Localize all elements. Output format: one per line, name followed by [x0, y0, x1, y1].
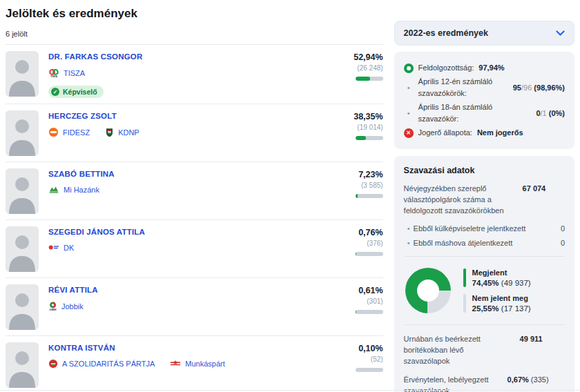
progress-ring-icon — [404, 63, 414, 73]
page-title: Jelöltek és eredmények — [6, 7, 383, 21]
legend-bar-green — [463, 268, 466, 287]
jobbik-logo: JOBBIK — [48, 301, 57, 311]
vote-count: (52) — [325, 355, 383, 363]
candidate-row: HERCZEG ZSOLTFIDESZKDNP38,35%(19 014) — [6, 104, 383, 162]
divider — [404, 256, 565, 257]
party-link[interactable]: JOBBIKJobbik — [48, 301, 84, 311]
party-list: FIDESZKDNP — [48, 127, 325, 137]
urn-value: 49 911 — [520, 334, 543, 345]
candidate-name-link[interactable]: SZEGEDI JÁNOS ATTILA — [48, 228, 325, 236]
legal-status-label: Jogerő állapota: — [418, 127, 472, 139]
party-link[interactable]: Mi Hazánk — [48, 185, 99, 194]
bullet-icon: • — [404, 108, 414, 119]
candidate-photo — [6, 226, 39, 272]
registry-value: 67 074 — [523, 184, 546, 195]
candidate-photo — [6, 168, 39, 214]
bullet-icon: • — [404, 239, 414, 247]
legend-item-absent: Nem jelent meg 25,55% (17 137) — [463, 294, 531, 313]
legend-item-present: Megjelent 74,45% (49 937) — [463, 268, 531, 287]
dropdown-label: 2022-es eredmények — [404, 28, 488, 38]
candidate-photo — [6, 110, 39, 156]
result-bar — [356, 252, 383, 256]
urn-row: Urnában és beérkezett borítékokban lévő … — [404, 334, 565, 367]
dk-logo — [48, 243, 59, 252]
candidate-row: SZEGEDI JÁNOS ATTILADK0,76%(376) — [6, 220, 383, 278]
party-list: JOBBIKJobbik — [48, 301, 325, 311]
result-bar — [356, 368, 383, 372]
candidate-result: 0,61%(301) — [325, 284, 383, 314]
percent-value: 0,61% — [325, 286, 383, 295]
processing-panel: Feldolgozottság: 97,94% • Április 12-én … — [394, 52, 574, 149]
vote-count: (376) — [325, 239, 383, 247]
party-list: TISZATISZA — [48, 68, 325, 79]
check-icon: ✓ — [51, 88, 59, 96]
progress-value: 97,94% — [478, 62, 504, 74]
transferred-label: Ebből máshova átjelentkezett — [414, 239, 513, 247]
vote-count: (3 585) — [325, 182, 383, 189]
vote-count: (301) — [325, 297, 383, 305]
party-link[interactable]: A SZOLIDARITÁS PÁRTJA — [48, 359, 155, 369]
party-link[interactable]: TISZATISZA — [48, 68, 85, 79]
percent-value: 52,94% — [325, 52, 383, 62]
candidate-photo — [6, 51, 39, 97]
vote-count: (19 014) — [325, 124, 383, 131]
present-label: Megjelent — [472, 268, 531, 277]
registry-row: Névjegyzékben szereplő választópolgárok … — [404, 184, 565, 217]
candidate-row: SZABÓ BETTINAMi Hazánk7,23%(3 585) — [6, 162, 383, 220]
result-bar — [356, 136, 383, 140]
candidate-name-link[interactable]: RÉVI ATTILA — [48, 286, 325, 294]
party-label: A SZOLIDARITÁS PÁRTJA — [62, 360, 155, 368]
registry-label: Névjegyzékben szereplő választópolgárok … — [404, 184, 523, 217]
fidesz-logo — [48, 127, 59, 137]
party-link[interactable]: Munkáspárt — [170, 360, 224, 369]
party-list: Mi Hazánk — [48, 185, 325, 194]
turnout-legend: Megjelent 74,45% (49 937) Nem jelent meg… — [463, 268, 531, 313]
percent-value: 0,76% — [325, 228, 383, 237]
candidate-name-link[interactable]: SZABÓ BETTINA — [48, 170, 325, 178]
result-bar — [356, 194, 383, 198]
abroad-row: • Ebből külképviseletre jelentkezett 0 — [404, 224, 565, 233]
year-results-dropdown[interactable]: 2022-es eredmények — [394, 21, 574, 46]
party-list: DK — [48, 243, 325, 252]
party-link[interactable]: DK — [48, 243, 74, 252]
party-label: Jobbik — [61, 302, 84, 311]
candidate-name-link[interactable]: KONTRA ISTVÁN — [48, 344, 325, 352]
candidate-list: DR. FARKAS CSONGORTISZATISZA✓Képviselő52… — [6, 45, 383, 392]
party-label: DK — [64, 244, 74, 252]
candidate-name-link[interactable]: DR. FARKAS CSONGOR — [48, 52, 325, 61]
legend-bar-gray — [463, 294, 466, 313]
candidate-name-link[interactable]: HERCZEG ZSOLT — [48, 112, 325, 120]
percent-value: 0,10% — [325, 344, 383, 353]
candidate-result: 0,10%(52) — [325, 342, 383, 372]
party-label: Mi Hazánk — [64, 186, 99, 194]
legal-status-line: ✕ Jogerő állapota: Nem jogerős — [404, 127, 565, 139]
bullet-icon: • — [404, 82, 414, 94]
candidate-photo — [6, 342, 39, 388]
urn-label: Urnában és beérkezett borítékokban lévő … — [404, 334, 520, 367]
party-label: TISZA — [64, 69, 85, 77]
candidate-row: RÉVI ATTILAJOBBIKJobbik0,61%(301) — [6, 278, 383, 336]
transferred-row: • Ebből máshova átjelentkezett 0 — [404, 239, 565, 247]
april18-label: Április 18-án számláló szavazókör: — [418, 101, 532, 125]
candidate-result: 7,23%(3 585) — [325, 168, 383, 198]
candidate-result: 0,76%(376) — [325, 226, 383, 256]
party-link[interactable]: FIDESZ — [48, 127, 90, 137]
page-bottom-divider — [0, 390, 580, 391]
candidate-result: 38,35%(19 014) — [325, 110, 383, 140]
voting-data-panel: Szavazási adatok Névjegyzékben szereplő … — [394, 156, 574, 392]
abroad-label: Ebből külképviseletre jelentkezett — [414, 224, 526, 233]
abroad-value: 0 — [561, 224, 565, 233]
elected-badge: ✓Képviselő — [48, 86, 104, 98]
party-label: FIDESZ — [63, 128, 90, 137]
party-list: A SZOLIDARITÁS PÁRTJAMunkáspárt — [48, 359, 325, 369]
turnout-block: Megjelent 74,45% (49 937) Nem jelent meg… — [404, 266, 565, 315]
svg-text:JOBBIK: JOBBIK — [49, 308, 56, 311]
results-sidebar: 2022-es eredmények Feldolgozottság: 97,9… — [394, 21, 574, 392]
turnout-donut-chart — [405, 268, 451, 313]
absent-label: Nem jelent meg — [472, 294, 531, 302]
candidate-result: 52,94%(26 248) — [325, 51, 383, 81]
candidate-row: KONTRA ISTVÁNA SZOLIDARITÁS PÁRTJAMunkás… — [6, 336, 383, 392]
chevron-down-icon — [556, 30, 565, 37]
party-link[interactable]: KDNP — [105, 128, 139, 137]
bullet-icon: • — [404, 224, 414, 233]
